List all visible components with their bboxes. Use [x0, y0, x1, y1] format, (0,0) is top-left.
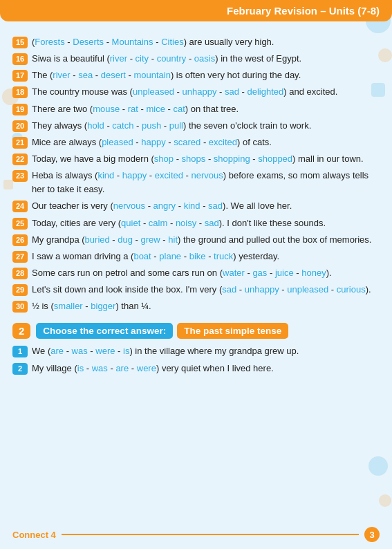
footer-divider — [62, 534, 359, 535]
question-number: 1 — [12, 346, 28, 357]
question-number: 21 — [12, 137, 28, 149]
question-text: ½ is (smaller - bigger) than ¼. — [32, 299, 380, 313]
question-text: Our teacher is very (nervous - angry - k… — [32, 199, 380, 213]
question-number: 23 — [12, 170, 28, 182]
question-number: 24 — [12, 201, 28, 212]
question-text: I saw a woman driving a (boat - plane - … — [32, 250, 380, 263]
section2-questions: 1 We (are - was - were - is) in the vill… — [12, 344, 380, 375]
question-row: 1 We (are - was - were - is) in the vill… — [12, 344, 380, 358]
question-number: 15 — [12, 37, 28, 48]
section2-number: 2 — [12, 323, 30, 339]
question-text: We (are - was - were - is) in the villag… — [32, 344, 380, 358]
question-row: 26 My grandpa (buried - dug - grew - hit… — [12, 233, 380, 247]
question-text: Today, cities are very (quiet - calm - n… — [32, 216, 380, 230]
question-number: 28 — [12, 268, 28, 279]
question-row: 2 My village (is - was - are - were) ver… — [12, 362, 380, 375]
question-text: Siwa is a beautiful (river - city - coun… — [32, 52, 380, 66]
question-text: My village (is - was - are - were) very … — [32, 362, 380, 375]
question-number: 19 — [12, 104, 28, 115]
question-text: Let's sit down and look inside the box. … — [32, 283, 380, 297]
svg-point-7 — [379, 494, 391, 507]
page-number: 3 — [364, 527, 380, 542]
brand-label: Connect 4 — [12, 530, 56, 540]
question-number: 29 — [12, 284, 28, 296]
question-text: Today, we have a big modern (shop - shop… — [32, 152, 380, 166]
question-text: Mice are always (pleased - happy - scare… — [32, 136, 380, 149]
question-number: 26 — [12, 234, 28, 246]
question-row: 17 The (river - sea - desert - mountain)… — [12, 68, 380, 82]
question-row: 22 Today, we have a big modern (shop - s… — [12, 152, 380, 166]
question-number: 18 — [12, 86, 28, 98]
question-text: There are two (mouse - rat - mice - cat)… — [32, 102, 380, 116]
question-row: 27 I saw a woman driving a (boat - plane… — [12, 250, 380, 263]
question-number: 22 — [12, 153, 28, 165]
question-number: 27 — [12, 251, 28, 263]
question-text: The (river - sea - desert - mountain) is… — [32, 68, 380, 82]
page-footer: Connect 4 3 — [0, 527, 392, 542]
question-text: Heba is always (kind - happy - excited -… — [32, 169, 380, 196]
question-row: 16 Siwa is a beautiful (river - city - c… — [12, 52, 380, 66]
section1-questions: 15 (Forests - Deserts - Mountains - Citi… — [12, 35, 380, 313]
question-number: 17 — [12, 70, 28, 82]
question-text: They always (hold - catch - push - pull)… — [32, 119, 380, 133]
question-row: 29 Let's sit down and look inside the bo… — [12, 283, 380, 297]
question-row: 23 Heba is always (kind - happy - excite… — [12, 169, 380, 196]
question-number: 16 — [12, 53, 28, 65]
question-text: (Forests - Deserts - Mountains - Cities)… — [32, 35, 380, 49]
header-title: February Revision – Units (7-8) — [227, 5, 380, 17]
question-number: 25 — [12, 218, 28, 230]
question-row: 21 Mice are always (pleased - happy - sc… — [12, 136, 380, 149]
question-row: 28 Some cars run on petrol and some cars… — [12, 266, 380, 280]
question-number: 20 — [12, 120, 28, 132]
section2-subtitle: The past simple tense — [177, 323, 288, 339]
question-text: My grandpa (buried - dug - grew - hit) t… — [32, 233, 380, 247]
question-text: The country mouse was (unpleased - unhap… — [32, 85, 380, 99]
question-row: 24 Our teacher is very (nervous - angry … — [12, 199, 380, 213]
question-row: 25 Today, cities are very (quiet - calm … — [12, 216, 380, 230]
question-row: 20 They always (hold - catch - push - pu… — [12, 119, 380, 133]
question-row: 15 (Forests - Deserts - Mountains - Citi… — [12, 35, 380, 49]
question-number: 30 — [12, 301, 28, 313]
section2-header: 2 Choose the correct answer: The past si… — [12, 323, 380, 339]
question-text: Some cars run on petrol and some cars ru… — [32, 266, 380, 280]
svg-point-6 — [368, 456, 388, 476]
question-row: 18 The country mouse was (unpleased - un… — [12, 85, 380, 99]
section2-title: Choose the correct answer: — [36, 323, 173, 339]
question-number: 2 — [12, 363, 28, 375]
page-header: February Revision – Units (7-8) — [0, 0, 392, 21]
question-row: 30 ½ is (smaller - bigger) than ¼. — [12, 299, 380, 313]
question-row: 19 There are two (mouse - rat - mice - c… — [12, 102, 380, 116]
